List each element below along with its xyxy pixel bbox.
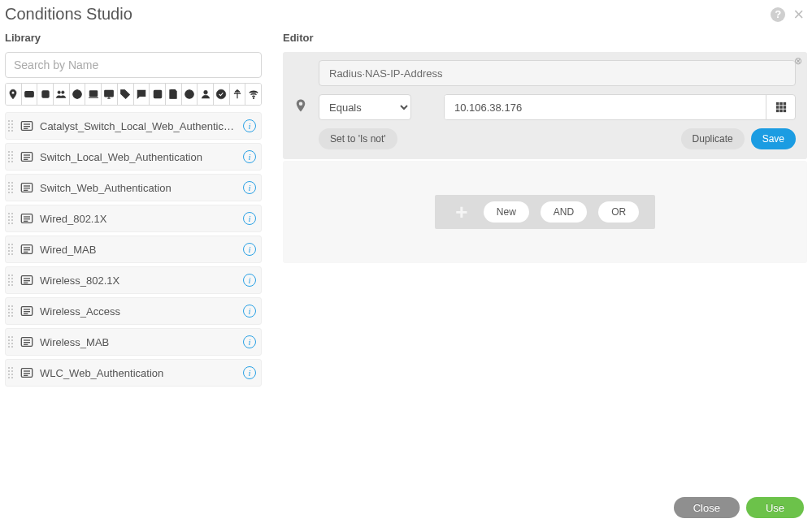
and-button[interactable]: AND xyxy=(541,201,587,223)
library-item[interactable]: Wireless_MABi xyxy=(5,328,262,356)
svg-rect-62 xyxy=(783,110,786,113)
filter-box-icon[interactable] xyxy=(37,84,54,105)
page-title: Conditions Studio xyxy=(5,5,132,24)
condition-icon xyxy=(19,120,35,132)
svg-rect-56 xyxy=(783,102,786,106)
new-button[interactable]: New xyxy=(484,201,529,223)
filter-tag-icon[interactable] xyxy=(118,84,134,105)
filter-clock-icon[interactable] xyxy=(182,84,198,105)
svg-rect-61 xyxy=(779,110,783,113)
library-item[interactable]: WLC_Web_Authenticationi xyxy=(5,359,262,387)
library-item-label: Catalyst_Switch_Local_Web_Authentication xyxy=(40,120,238,132)
condition-card: ⊗ Radius·NAS-IP-Address Equals xyxy=(283,52,807,159)
svg-point-6 xyxy=(62,91,65,94)
editor-panel: Editor ⊗ Radius·NAS-IP-Address Equals xyxy=(283,32,807,387)
library-item[interactable]: Wired_802.1Xi xyxy=(5,205,262,232)
info-icon[interactable]: i xyxy=(243,335,256,348)
filter-row xyxy=(5,83,262,106)
drag-handle-icon[interactable] xyxy=(7,213,14,224)
drag-handle-icon[interactable] xyxy=(7,305,14,317)
svg-point-15 xyxy=(203,90,207,94)
library-item-label: Switch_Local_Web_Authentication xyxy=(40,151,238,163)
condition-icon xyxy=(19,336,35,348)
close-icon[interactable]: × xyxy=(792,6,805,24)
svg-rect-58 xyxy=(779,106,783,109)
library-item[interactable]: Wireless_Accessi xyxy=(5,297,262,325)
library-item-label: Wireless_Access xyxy=(40,305,238,318)
save-button[interactable]: Save xyxy=(751,128,796,149)
library-panel: Library Catalyst_Switch_Local_Web_Authen… xyxy=(5,32,262,387)
condition-icon xyxy=(19,244,35,255)
duplicate-button[interactable]: Duplicate xyxy=(681,128,745,149)
filter-monitor-icon[interactable] xyxy=(102,84,118,105)
search-input[interactable] xyxy=(5,52,262,78)
condition-type-icon xyxy=(283,52,319,159)
filter-laptop-icon[interactable] xyxy=(85,84,102,105)
library-item-label: Wireless_802.1X xyxy=(40,274,238,287)
filter-group-icon[interactable] xyxy=(54,84,70,105)
info-icon[interactable]: i xyxy=(243,150,256,163)
attribute-field[interactable]: Radius·NAS-IP-Address xyxy=(319,60,796,86)
use-button[interactable]: Use xyxy=(746,497,804,518)
svg-rect-13 xyxy=(172,95,176,98)
filter-id-icon[interactable] xyxy=(22,84,38,105)
or-button[interactable]: OR xyxy=(598,201,639,223)
help-icon[interactable]: ? xyxy=(771,7,785,22)
svg-point-17 xyxy=(253,97,254,98)
editor-label: Editor xyxy=(283,32,807,44)
condition-icon xyxy=(19,182,35,193)
editor-combinator-zone: + New AND OR xyxy=(283,161,807,263)
info-icon[interactable]: i xyxy=(243,366,256,379)
svg-point-16 xyxy=(216,89,226,99)
add-icon[interactable]: + xyxy=(451,201,472,223)
drag-handle-icon[interactable] xyxy=(7,120,14,132)
library-item[interactable]: Wired_MABi xyxy=(5,236,262,263)
condition-icon xyxy=(19,213,35,224)
library-item[interactable]: Switch_Local_Web_Authenticationi xyxy=(5,143,262,171)
value-picker-icon[interactable] xyxy=(766,95,795,119)
filter-antenna-icon[interactable] xyxy=(230,84,246,105)
drag-handle-icon[interactable] xyxy=(7,182,14,193)
card-menu-icon[interactable]: ⊗ xyxy=(794,55,802,67)
close-button[interactable]: Close xyxy=(674,497,740,518)
library-item[interactable]: Wireless_802.1Xi xyxy=(5,266,262,294)
filter-save-icon[interactable] xyxy=(166,84,182,105)
library-list: Catalyst_Switch_Local_Web_Authentication… xyxy=(5,112,262,387)
value-input[interactable] xyxy=(445,95,766,119)
drag-handle-icon[interactable] xyxy=(7,244,14,255)
filter-user-icon[interactable] xyxy=(198,84,214,105)
library-item-label: Wired_MAB xyxy=(40,244,238,256)
drag-handle-icon[interactable] xyxy=(7,274,14,286)
condition-icon xyxy=(19,305,35,317)
library-item[interactable]: Switch_Web_Authenticationi xyxy=(5,174,262,201)
svg-rect-59 xyxy=(783,106,786,109)
filter-wifi-icon[interactable] xyxy=(245,84,261,105)
condition-icon xyxy=(19,274,35,286)
library-item-label: Wireless_MAB xyxy=(40,336,238,348)
filter-location-icon[interactable] xyxy=(6,84,22,105)
info-icon[interactable]: i xyxy=(243,181,256,194)
library-label: Library xyxy=(5,32,262,44)
info-icon[interactable]: i xyxy=(243,274,256,287)
value-wrap xyxy=(444,94,796,120)
filter-check-icon[interactable] xyxy=(214,84,230,105)
info-icon[interactable]: i xyxy=(243,119,256,132)
library-item-label: Switch_Web_Authentication xyxy=(40,182,238,194)
info-icon[interactable]: i xyxy=(243,305,256,318)
info-icon[interactable]: i xyxy=(243,212,256,225)
filter-arrow-icon[interactable] xyxy=(150,84,166,105)
condition-icon xyxy=(19,151,35,162)
library-item-label: WLC_Web_Authentication xyxy=(40,367,238,379)
drag-handle-icon[interactable] xyxy=(7,336,14,348)
drag-handle-icon[interactable] xyxy=(7,151,14,162)
info-icon[interactable]: i xyxy=(243,243,256,256)
set-isnot-button[interactable]: Set to 'Is not' xyxy=(319,128,397,149)
svg-point-10 xyxy=(123,92,124,93)
drag-handle-icon[interactable] xyxy=(7,367,14,378)
filter-globe-icon[interactable] xyxy=(70,84,86,105)
search-wrap xyxy=(5,52,262,78)
filter-chat-icon[interactable] xyxy=(134,84,150,105)
svg-rect-54 xyxy=(775,102,779,106)
operator-select[interactable]: Equals xyxy=(319,94,411,120)
library-item[interactable]: Catalyst_Switch_Local_Web_Authentication… xyxy=(5,112,262,140)
